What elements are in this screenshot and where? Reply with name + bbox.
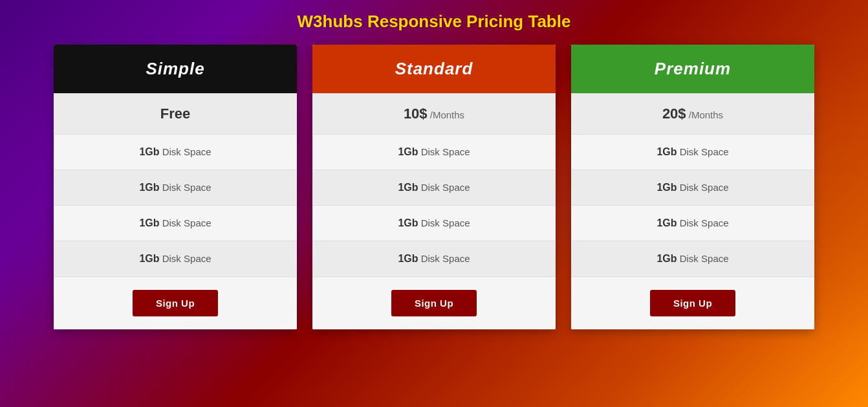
plan-standard-price-number: 10$	[404, 105, 428, 122]
plan-simple-feature-4: 1Gb Disk Space	[54, 241, 297, 276]
plan-standard-feature-3-text: Disk Space	[418, 217, 470, 228]
plan-standard-feature-1: 1Gb Disk Space	[312, 134, 556, 170]
plan-simple-feature-1-bold: 1Gb	[139, 146, 159, 157]
plan-standard-signup-button[interactable]: Sign Up	[391, 290, 477, 316]
plan-simple-price: Free	[54, 93, 297, 134]
plan-simple-feature-2: 1Gb Disk Space	[54, 170, 297, 205]
plan-premium-price-number: 20$	[662, 105, 686, 122]
plan-simple-feature-3-bold: 1Gb	[139, 217, 159, 228]
plan-premium-feature-1: 1Gb Disk Space	[571, 134, 814, 170]
plan-standard-feature-4: 1Gb Disk Space	[312, 241, 556, 276]
plan-premium-feature-1-bold: 1Gb	[656, 146, 677, 157]
plan-premium-feature-3-text: Disk Space	[677, 217, 729, 228]
plan-simple-feature-3: 1Gb Disk Space	[54, 205, 297, 241]
plan-standard-feature-3-bold: 1Gb	[398, 217, 418, 228]
plan-simple: Simple Free 1Gb Disk Space 1Gb Disk Spac…	[54, 45, 297, 329]
plan-premium-feature-2: 1Gb Disk Space	[571, 170, 814, 205]
plan-standard-feature-1-bold: 1Gb	[398, 146, 418, 157]
plan-standard-title: Standard	[319, 59, 549, 79]
plan-premium-feature-4: 1Gb Disk Space	[571, 241, 814, 276]
plan-simple-feature-1-text: Disk Space	[160, 146, 212, 157]
plan-premium-price-suffix: /Months	[686, 109, 724, 120]
plan-standard: Standard 10$ /Months 1Gb Disk Space 1Gb …	[312, 45, 556, 329]
plan-simple-feature-4-text: Disk Space	[160, 253, 212, 264]
plan-simple-feature-1: 1Gb Disk Space	[54, 134, 297, 170]
plan-standard-feature-4-bold: 1Gb	[398, 253, 418, 264]
plan-simple-title: Simple	[60, 59, 290, 79]
plan-simple-price-value: Free	[160, 105, 190, 122]
page-title: W3hubs Responsive Pricing Table	[298, 0, 571, 45]
plan-standard-price: 10$ /Months	[312, 93, 556, 134]
plan-standard-feature-3: 1Gb Disk Space	[312, 205, 556, 241]
pricing-table: Simple Free 1Gb Disk Space 1Gb Disk Spac…	[46, 45, 822, 329]
plan-simple-feature-2-bold: 1Gb	[139, 182, 159, 193]
plan-standard-feature-2-bold: 1Gb	[398, 182, 418, 193]
plan-premium-header: Premium	[571, 45, 814, 93]
plan-simple-signup-button[interactable]: Sign Up	[133, 290, 218, 316]
plan-standard-signup-row: Sign Up	[312, 276, 556, 329]
plan-standard-header: Standard	[312, 45, 556, 93]
plan-standard-feature-1-text: Disk Space	[418, 146, 470, 157]
plan-simple-signup-row: Sign Up	[54, 276, 297, 329]
plan-simple-feature-2-text: Disk Space	[160, 182, 212, 193]
plan-simple-feature-4-bold: 1Gb	[139, 253, 159, 264]
plan-premium-signup-button[interactable]: Sign Up	[650, 290, 735, 316]
plan-premium-feature-2-bold: 1Gb	[656, 182, 677, 193]
plan-standard-feature-2-text: Disk Space	[418, 182, 470, 193]
plan-standard-feature-2: 1Gb Disk Space	[312, 170, 556, 205]
plan-standard-feature-4-text: Disk Space	[418, 253, 470, 264]
plan-premium-signup-row: Sign Up	[571, 276, 814, 329]
plan-premium-feature-3: 1Gb Disk Space	[571, 205, 814, 241]
plan-simple-feature-3-text: Disk Space	[160, 217, 212, 228]
plan-premium-feature-4-bold: 1Gb	[656, 253, 677, 264]
plan-standard-price-suffix: /Months	[428, 109, 465, 120]
plan-premium-feature-3-bold: 1Gb	[656, 217, 677, 228]
plan-premium-title: Premium	[578, 59, 808, 79]
plan-premium-price: 20$ /Months	[571, 93, 814, 134]
plan-premium: Premium 20$ /Months 1Gb Disk Space 1Gb D…	[571, 45, 814, 329]
plan-simple-header: Simple	[54, 45, 297, 93]
plan-premium-feature-4-text: Disk Space	[677, 253, 729, 264]
plan-premium-feature-2-text: Disk Space	[677, 182, 729, 193]
plan-premium-feature-1-text: Disk Space	[677, 146, 729, 157]
